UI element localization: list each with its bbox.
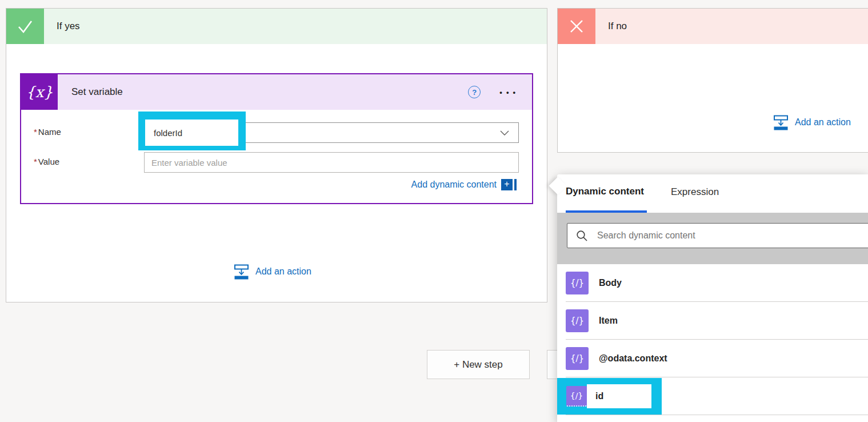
check-icon bbox=[6, 9, 44, 44]
list-item-item[interactable]: {/} Item bbox=[557, 302, 868, 340]
name-label: *Name bbox=[34, 127, 61, 137]
dynamic-token-icon: {/} bbox=[566, 386, 587, 407]
set-variable-body: *Name *Value Add dynamic content + folde… bbox=[21, 110, 532, 204]
dynamic-token-icon: {/} bbox=[566, 309, 589, 332]
value-label: *Value bbox=[34, 157, 59, 166]
search-input[interactable]: Search dynamic content bbox=[567, 223, 868, 248]
list-item-id[interactable]: {/} id bbox=[557, 377, 868, 415]
if-no-title: If no bbox=[595, 21, 627, 32]
divider bbox=[566, 415, 868, 415]
set-variable-card: {x} Set variable ? ••• *Name *Value Add … bbox=[20, 73, 533, 204]
add-action-link-yes[interactable]: Add an action bbox=[234, 264, 311, 280]
more-menu-icon[interactable]: ••• bbox=[495, 85, 519, 100]
annotation-highlight-id: {/} id bbox=[557, 378, 662, 415]
tab-dynamic-content[interactable]: Dynamic content bbox=[566, 186, 647, 213]
list-item-label: @odata.context bbox=[599, 353, 667, 364]
add-action-icon bbox=[773, 114, 789, 130]
new-step-button[interactable]: + New step bbox=[427, 350, 530, 379]
value-input[interactable] bbox=[144, 152, 519, 173]
if-yes-branch: If yes {x} Set variable ? ••• *Name *Val… bbox=[6, 8, 547, 302]
required-marker: * bbox=[34, 157, 37, 166]
if-yes-header[interactable]: If yes bbox=[6, 9, 547, 44]
required-marker: * bbox=[34, 127, 37, 137]
search-icon bbox=[576, 230, 588, 242]
set-variable-title: Set variable bbox=[58, 86, 468, 98]
if-yes-title: If yes bbox=[44, 21, 80, 32]
x-icon bbox=[558, 9, 595, 44]
list-item-label: Item bbox=[599, 316, 618, 326]
add-dynamic-content-link[interactable]: Add dynamic content + bbox=[411, 179, 517, 190]
help-icon[interactable]: ? bbox=[468, 86, 481, 98]
list-item-label: Body bbox=[599, 278, 622, 288]
dynamic-content-list: {/} Body {/} Item {/} @odata.context {/}… bbox=[557, 264, 868, 415]
panel-tabs: Dynamic content Expression bbox=[557, 174, 868, 213]
name-value: folderId bbox=[145, 120, 238, 146]
variable-icon: {x} bbox=[21, 74, 58, 110]
plus-icon: + bbox=[501, 179, 513, 190]
add-action-label: Add an action bbox=[795, 117, 851, 128]
dynamic-content-panel: Dynamic content Expression Search dynami… bbox=[557, 174, 868, 422]
add-action-label: Add an action bbox=[255, 266, 311, 277]
set-variable-header[interactable]: {x} Set variable ? ••• bbox=[21, 74, 532, 110]
add-action-link-no[interactable]: Add an action bbox=[773, 114, 851, 130]
list-item-odata-context[interactable]: {/} @odata.context bbox=[557, 340, 868, 377]
if-no-header[interactable]: If no bbox=[558, 9, 868, 44]
annotation-highlight-name: folderId bbox=[138, 112, 246, 150]
dynamic-token-icon: {/} bbox=[566, 272, 589, 294]
add-dynamic-content-label: Add dynamic content bbox=[411, 180, 497, 190]
list-item-body[interactable]: {/} Body bbox=[557, 264, 868, 302]
tab-expression[interactable]: Expression bbox=[671, 186, 719, 213]
add-action-icon bbox=[234, 264, 249, 280]
search-placeholder: Search dynamic content bbox=[597, 230, 695, 241]
chevron-down-icon bbox=[500, 130, 509, 136]
cursor-bar bbox=[514, 179, 517, 190]
search-band: Search dynamic content bbox=[557, 213, 868, 264]
if-no-branch: If no Add an action bbox=[557, 8, 868, 153]
list-item-label: id bbox=[587, 384, 651, 408]
dynamic-token-icon: {/} bbox=[566, 347, 589, 370]
